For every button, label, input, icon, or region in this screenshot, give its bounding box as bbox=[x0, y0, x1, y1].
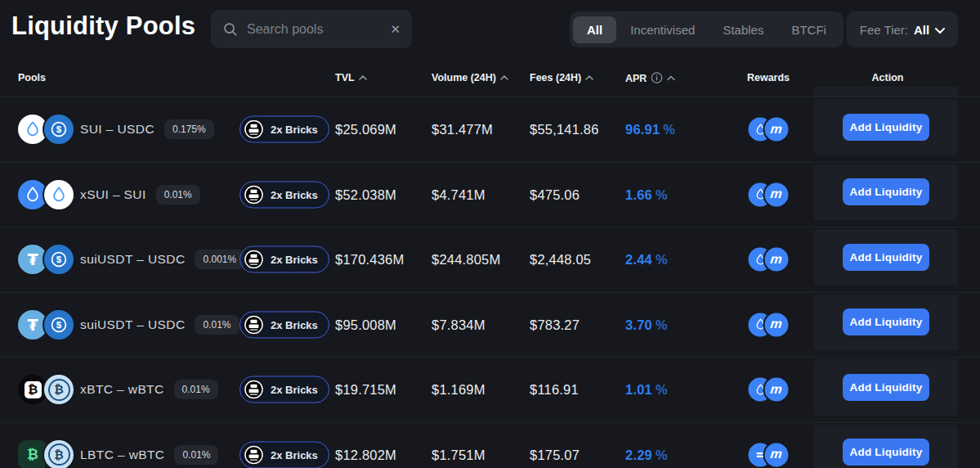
tab-incentivised[interactable]: Incentivised bbox=[616, 16, 709, 43]
tvl-value: $170.436M bbox=[335, 252, 404, 268]
usdc-token-icon: $ bbox=[44, 310, 74, 340]
mmt-reward-icon: m bbox=[765, 378, 789, 402]
chevron-up-icon bbox=[359, 75, 367, 80]
add-liquidity-button[interactable]: Add Liquidity bbox=[843, 178, 929, 205]
pool-cell: ₿ ₿ LBTC – wBTC 0.01% bbox=[18, 440, 218, 468]
tvl-value: $25.069M bbox=[335, 122, 396, 137]
add-liquidity-button[interactable]: Add Liquidity bbox=[843, 114, 929, 141]
action-cell: Add Liquidity bbox=[814, 99, 958, 155]
fee-tier-badge: 0.01% bbox=[174, 445, 218, 465]
bricks-multiplier-badge: 2x Bricks bbox=[239, 376, 329, 403]
column-header-tvl[interactable]: TVL bbox=[335, 72, 367, 83]
search-icon bbox=[222, 21, 238, 37]
action-cell: Add Liquidity bbox=[814, 425, 958, 468]
xbtc-token-icon: ₿ bbox=[18, 375, 47, 404]
pool-cell: ₿ ₿ xBTC – wBTC 0.01% bbox=[18, 375, 218, 404]
tvl-value: $52.038M bbox=[335, 187, 396, 202]
volume-value: $31.477M bbox=[432, 122, 493, 137]
svg-text:$: $ bbox=[56, 124, 62, 134]
action-cell: Add Liquidity bbox=[814, 164, 958, 221]
pool-row: ₮ $ suiUSDT – USDC 0.001% 2x Bricks $170… bbox=[0, 227, 980, 292]
bricks-stack-icon bbox=[244, 250, 264, 270]
mmt-reward-icon: m bbox=[765, 182, 789, 206]
bricks-stack-icon bbox=[244, 119, 264, 140]
volume-value: $1.751M bbox=[432, 447, 486, 462]
fees-value: $116.91 bbox=[530, 382, 579, 398]
usdt-token-icon: ₮ bbox=[18, 310, 47, 340]
sui-token-icon bbox=[44, 180, 74, 209]
tvl-value: $95.008M bbox=[335, 317, 396, 332]
bricks-stack-icon bbox=[244, 314, 264, 335]
column-header-action: Action bbox=[872, 72, 904, 83]
fees-value: $175.07 bbox=[530, 447, 579, 462]
svg-text:$: $ bbox=[56, 254, 62, 264]
volume-value: $4.741M bbox=[432, 187, 486, 202]
bricks-badge-label: 2x Bricks bbox=[271, 188, 318, 200]
wbtc-token-icon: ₿ bbox=[44, 375, 74, 404]
chevron-up-icon bbox=[500, 75, 508, 80]
fee-tier-label: Fee Tier: bbox=[860, 23, 908, 37]
pool-filter-tabs: All Incentivised Stables BTCFi bbox=[570, 11, 844, 47]
bricks-multiplier-badge: 2x Bricks bbox=[239, 246, 329, 273]
pool-pair-label: xBTC – wBTC bbox=[80, 382, 164, 397]
add-liquidity-button[interactable]: Add Liquidity bbox=[843, 439, 929, 466]
fee-tier-badge: 0.001% bbox=[195, 250, 244, 269]
bricks-stack-icon bbox=[244, 444, 264, 465]
search-box[interactable]: ✕ bbox=[211, 10, 412, 48]
tab-stables[interactable]: Stables bbox=[709, 16, 777, 43]
action-cell: Add Liquidity bbox=[814, 359, 958, 416]
top-bar: Liquidity Pools ✕ All Incentivised Stabl… bbox=[0, 0, 980, 59]
table-header: Pools TVL Volume (24H) Fees (24H) APR Re… bbox=[0, 59, 980, 97]
action-cell: Add Liquidity bbox=[814, 295, 958, 351]
tvl-value: $19.715M bbox=[335, 382, 396, 398]
rewards-cell: m bbox=[749, 182, 789, 206]
fee-tier-badge: 0.175% bbox=[164, 119, 214, 139]
mmt-reward-icon: m bbox=[765, 313, 789, 336]
info-icon[interactable] bbox=[651, 72, 663, 84]
pool-rows: $ SUI – USDC 0.175% 2x Bricks $25.069M $… bbox=[0, 97, 980, 468]
apr-value: 2.29% bbox=[625, 447, 668, 462]
pool-pair-label: suiUSDT – USDC bbox=[80, 252, 185, 267]
chevron-down-icon bbox=[935, 28, 945, 34]
pool-pair-label: LBTC – wBTC bbox=[80, 448, 164, 462]
column-header-apr[interactable]: APR bbox=[625, 72, 675, 84]
search-input[interactable] bbox=[245, 21, 383, 38]
column-header-fees[interactable]: Fees (24H) bbox=[530, 72, 593, 83]
pool-row: ₿ ₿ LBTC – wBTC 0.01% 2x Bricks $12.802M… bbox=[0, 422, 980, 468]
sui-token-icon bbox=[18, 115, 47, 144]
add-liquidity-button[interactable]: Add Liquidity bbox=[843, 244, 929, 271]
tab-btcfi[interactable]: BTCFi bbox=[777, 16, 840, 43]
fees-value: $783.27 bbox=[530, 317, 579, 332]
add-liquidity-button[interactable]: Add Liquidity bbox=[843, 374, 929, 401]
bricks-multiplier-badge: 2x Bricks bbox=[239, 441, 329, 468]
pool-cell: ₮ $ suiUSDT – USDC 0.001% bbox=[18, 245, 244, 274]
fee-tier-value: All bbox=[914, 23, 929, 37]
usdt-token-icon: ₮ bbox=[18, 245, 47, 274]
action-cell: Add Liquidity bbox=[814, 229, 958, 286]
bricks-badge-label: 2x Bricks bbox=[271, 124, 318, 136]
rewards-cell: m bbox=[749, 443, 789, 466]
volume-value: $244.805M bbox=[432, 252, 500, 268]
volume-value: $1.169M bbox=[432, 382, 486, 398]
column-header-volume[interactable]: Volume (24H) bbox=[432, 72, 508, 83]
fee-tier-badge: 0.01% bbox=[156, 185, 200, 205]
bricks-multiplier-badge: 2x Bricks bbox=[239, 116, 329, 143]
usdc-token-icon: $ bbox=[44, 115, 74, 144]
pool-pair-label: xSUI – SUI bbox=[80, 187, 146, 202]
bricks-stack-icon bbox=[244, 184, 264, 205]
mmt-reward-icon: m bbox=[765, 443, 789, 466]
pool-row: $ SUI – USDC 0.175% 2x Bricks $25.069M $… bbox=[0, 97, 980, 162]
rewards-cell: m bbox=[749, 378, 789, 402]
fee-tier-dropdown[interactable]: Fee Tier: All bbox=[847, 11, 958, 47]
column-header-rewards: Rewards bbox=[747, 72, 790, 83]
volume-value: $7.834M bbox=[432, 317, 486, 332]
apr-value: 96.91% bbox=[625, 122, 675, 137]
tab-all[interactable]: All bbox=[573, 16, 616, 43]
fee-tier-badge: 0.01% bbox=[174, 380, 218, 399]
mmt-reward-icon: m bbox=[765, 248, 789, 272]
fee-tier-badge: 0.01% bbox=[195, 315, 239, 335]
close-icon[interactable]: ✕ bbox=[390, 23, 401, 35]
pool-pair-label: suiUSDT – USDC bbox=[80, 317, 185, 332]
add-liquidity-button[interactable]: Add Liquidity bbox=[843, 308, 929, 335]
page-title: Liquidity Pools bbox=[11, 11, 195, 41]
